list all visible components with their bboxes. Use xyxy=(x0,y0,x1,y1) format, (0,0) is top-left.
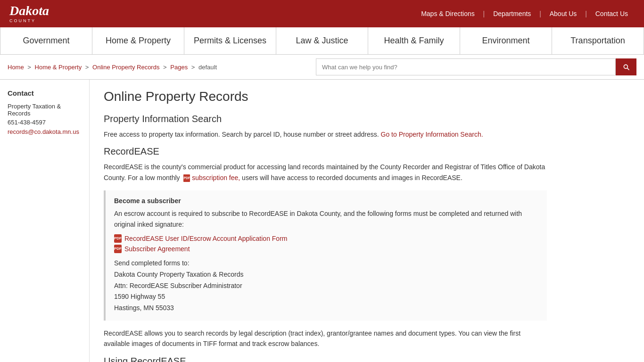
recordease-heading: RecordEASE xyxy=(104,146,547,157)
separator-1: | xyxy=(481,10,487,17)
prop-info-search-heading: Property Information Search xyxy=(104,114,547,124)
sidebar-contact-title: Contact xyxy=(8,89,82,97)
recordease-intro-text: RecordEASE is the county's commercial pr… xyxy=(104,162,547,183)
send-forms-intro: Send completed forms to: xyxy=(114,258,538,269)
nav-health-family[interactable]: Health & Family xyxy=(368,27,460,54)
pdf-inline-icon: PDF xyxy=(183,174,190,182)
send-forms-block: Send completed forms to: Dakota County P… xyxy=(114,258,538,314)
prop-info-search-link[interactable]: Go to Property Information Search. xyxy=(381,131,483,138)
nav-permits-licenses[interactable]: Permits & Licenses xyxy=(184,27,276,54)
nav-law-justice[interactable]: Law & Justice xyxy=(276,27,368,54)
info-box-text: An escrow account is required to subscri… xyxy=(114,208,538,230)
about-us-link[interactable]: About Us xyxy=(543,10,584,17)
using-recordease-heading: Using RecordEASE xyxy=(104,356,547,362)
contact-us-link[interactable]: Contact Us xyxy=(589,10,635,17)
sidebar-phone: 651-438-4597 xyxy=(8,119,82,126)
send-forms-org: Dakota County Property Taxation & Record… xyxy=(114,269,538,280)
breadcrumb-current: default xyxy=(198,64,217,71)
form-link-2-label: Subscriber Agreement xyxy=(124,245,190,253)
form-link-1-label: RecordEASE User ID/Escrow Account Applic… xyxy=(124,235,287,242)
top-nav: Maps & Directions | Departments | About … xyxy=(414,10,635,17)
info-box: Become a subscriber An escrow account is… xyxy=(104,190,547,321)
logo-text: Dakota xyxy=(9,3,49,18)
breadcrumb-bar: Home > Home & Property > Online Property… xyxy=(0,55,644,80)
subscription-fee-link[interactable]: subscription fee, xyxy=(192,174,240,181)
nav-government[interactable]: Government xyxy=(0,27,92,54)
breadcrumb-online-property-records[interactable]: Online Property Records xyxy=(92,64,159,71)
search-icon xyxy=(622,63,630,71)
nav-environment[interactable]: Environment xyxy=(460,27,552,54)
form-link-2[interactable]: PDF Subscriber Agreement xyxy=(114,245,538,253)
pdf-icon-2: PDF xyxy=(114,245,122,253)
send-forms-address2: Hastings, MN 55033 xyxy=(114,303,538,314)
recordease-text-after: users will have access to recorded docum… xyxy=(240,174,462,181)
content-wrapper: Contact Property Taxation & Records 651-… xyxy=(0,80,644,362)
logo-area[interactable]: Dakota COUNTY xyxy=(9,4,49,23)
maps-directions-link[interactable]: Maps & Directions xyxy=(414,10,481,17)
main-content: Online Property Records Property Informa… xyxy=(90,80,561,362)
search-area xyxy=(316,58,636,75)
pdf-icon-1: PDF xyxy=(114,234,122,243)
info-box-title: Become a subscriber xyxy=(114,197,538,205)
separator-3: | xyxy=(583,10,588,17)
breadcrumb-home[interactable]: Home xyxy=(8,64,24,71)
recordease-desc: RecordEASE allows you to search records … xyxy=(104,328,547,349)
header: Dakota COUNTY Maps & Directions | Depart… xyxy=(0,0,644,27)
page-title: Online Property Records xyxy=(104,89,547,104)
sidebar-email-link[interactable]: records@co.dakota.mn.us xyxy=(8,128,79,135)
nav-home-property[interactable]: Home & Property xyxy=(92,27,184,54)
sidebar-org-name: Property Taxation & Records xyxy=(8,103,82,117)
prop-info-search-text: Free access to property tax information.… xyxy=(104,129,547,140)
sidebar: Contact Property Taxation & Records 651-… xyxy=(0,80,90,362)
departments-link[interactable]: Departments xyxy=(487,10,537,17)
nav-transportation[interactable]: Transportation xyxy=(552,27,644,54)
breadcrumb-home-property[interactable]: Home & Property xyxy=(35,64,82,71)
main-nav: Government Home & Property Permits & Lic… xyxy=(0,27,644,55)
send-forms-address1: 1590 Highway 55 xyxy=(114,291,538,303)
form-link-1[interactable]: PDF RecordEASE User ID/Escrow Account Ap… xyxy=(114,234,538,243)
breadcrumb-pages[interactable]: Pages xyxy=(170,64,188,71)
logo-subtext: COUNTY xyxy=(9,18,49,23)
breadcrumb: Home > Home & Property > Online Property… xyxy=(8,64,217,71)
prop-info-search-desc: Free access to property tax information.… xyxy=(104,131,379,138)
send-forms-attn: Attn: RecordEASE Subscriber Administrato… xyxy=(114,280,538,292)
search-button[interactable] xyxy=(616,58,636,75)
separator-2: | xyxy=(537,10,543,17)
search-input[interactable] xyxy=(316,58,616,75)
